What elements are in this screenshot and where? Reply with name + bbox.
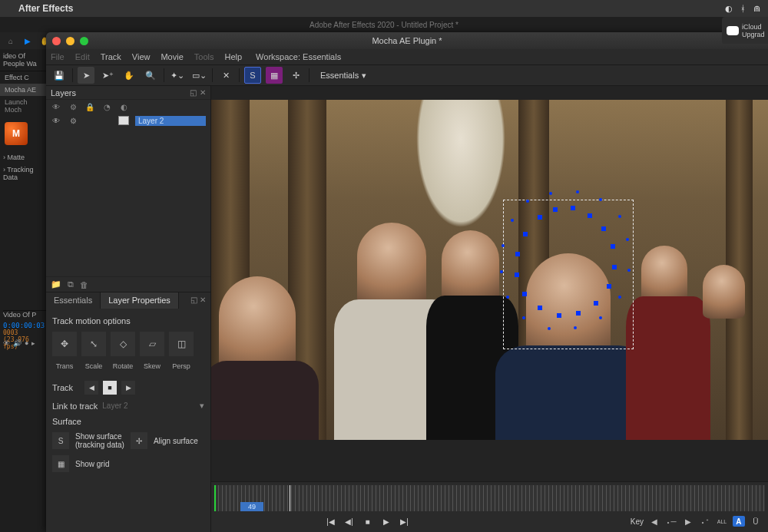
ae-window-title: Adobe After Effects 2020 - Untitled Proj… (310, 21, 458, 29)
cog-col-icon[interactable]: ⚙ (68, 103, 78, 111)
autokey-icon[interactable]: ⬩⁺ (699, 516, 711, 527)
mac-app-name[interactable]: After Effects (18, 3, 73, 14)
uberkey-icon[interactable]: Ü (750, 516, 762, 527)
mocha-ae-effect[interactable]: Mocha AE (0, 84, 46, 96)
show-grid-icon[interactable]: ▦ (266, 67, 283, 84)
zoom-window-icon[interactable] (80, 37, 88, 45)
viewer[interactable] (211, 86, 768, 481)
selection-tool-icon[interactable]: ▶ (22, 35, 34, 47)
lock-icon[interactable]: ● (25, 339, 28, 347)
save-icon[interactable]: 💾 (51, 67, 68, 84)
effect-controls-tab[interactable]: Effect C (0, 71, 46, 84)
layers-table: 👁 ⚙ 🔒 ◔ ◐ 👁 ⚙ Layer 2 📁 ⧉ (46, 100, 210, 292)
goto-start-button[interactable]: |◀ (324, 515, 338, 527)
menu-edit[interactable]: Edit (75, 52, 90, 61)
close-panel-icon[interactable]: ✕ (200, 296, 206, 304)
side-tabs: Essentials Layer Properties ◱ ✕ (46, 292, 210, 309)
bluetooth-icon[interactable]: ᚼ (740, 4, 746, 13)
step-back-button[interactable]: ◀| (343, 515, 356, 527)
align-surface-button[interactable]: ✢ (131, 432, 147, 449)
home-icon[interactable]: ⌂ (5, 35, 17, 47)
workspace-dropdown[interactable]: Essentials ▾ (314, 69, 372, 82)
lock-col-icon[interactable]: 🔒 (84, 103, 95, 111)
scale-toggle[interactable]: ⤡ (81, 332, 106, 356)
minimize-window-icon[interactable] (66, 37, 74, 45)
matte-group[interactable]: › Matte (0, 151, 46, 164)
current-frame[interactable]: 49 (240, 502, 263, 511)
layer-visibility-icon[interactable]: 👁 (51, 117, 61, 125)
menu-track[interactable]: Track (101, 52, 121, 61)
visibility-col-icon[interactable]: 👁 (51, 103, 61, 111)
rect-spline-tool-icon[interactable]: ▭⌄ (190, 67, 207, 84)
pointer-tool-icon[interactable]: ➤ (78, 67, 94, 84)
menu-help[interactable]: Help (224, 52, 242, 61)
tracking-data-group[interactable]: › Tracking Data (0, 164, 46, 183)
tab-essentials[interactable]: Essentials (46, 292, 101, 309)
track-forward-button[interactable]: ▶ (121, 381, 135, 395)
close-panel-icon[interactable]: ✕ (200, 88, 206, 97)
tab-layer-properties[interactable]: Layer Properties (101, 292, 179, 309)
spline-col-icon[interactable]: ◔ (101, 103, 112, 111)
xspline-tool-icon[interactable]: ✦⌄ (169, 67, 186, 84)
menu-movie[interactable]: Movie (161, 52, 183, 61)
cloud-icon (727, 26, 739, 35)
matte-col-icon[interactable]: ◐ (118, 103, 129, 111)
mocha-logo-icon[interactable]: M (5, 122, 28, 145)
next-key-icon[interactable]: ▶ (682, 516, 694, 527)
new-folder-icon[interactable]: 📁 (51, 279, 61, 289)
layer-name[interactable]: Layer 2 (135, 116, 206, 126)
layer-color-swatch[interactable] (118, 116, 129, 125)
key-marker-icon[interactable]: ⬩─ (665, 516, 677, 527)
menubar-status-icon[interactable]: ◐ (725, 4, 733, 14)
track-backward-button[interactable]: ◀ (84, 381, 98, 395)
menu-workspace[interactable]: Workspace: Essentials (256, 52, 341, 61)
show-grid-button[interactable]: ▦ (52, 455, 69, 472)
align-surface-icon[interactable]: ✢ (287, 67, 304, 84)
undock-icon[interactable]: ◱ (190, 296, 197, 304)
rotate-toggle[interactable]: ◇ (111, 332, 135, 356)
wifi-icon[interactable]: ⋒ (753, 4, 760, 14)
delete-layer-icon[interactable]: 🗑 (80, 280, 88, 289)
goto-end-button[interactable]: ▶| (398, 515, 412, 527)
zoom-tool-icon[interactable]: 🔍 (142, 67, 159, 84)
link-to-track-dropdown[interactable]: Layer 2 (102, 401, 195, 410)
autokey-a-icon[interactable]: A (733, 516, 745, 527)
icloud-notification[interactable]: iCloud Upgrad (722, 17, 768, 44)
timeline[interactable]: 49 (214, 485, 765, 511)
persp-label: Persp (169, 362, 194, 370)
layer-row[interactable]: 👁 ⚙ Layer 2 (46, 114, 210, 127)
undock-icon[interactable]: ◱ (190, 88, 197, 97)
pointer-plus-tool-icon[interactable]: ➤⁺ (99, 67, 116, 84)
show-surface-button[interactable]: S (52, 432, 69, 449)
project-item[interactable]: ideo Of People Wa (0, 49, 46, 71)
show-surface-icon[interactable]: S (244, 67, 261, 84)
chevron-down-icon[interactable]: ▾ (200, 401, 204, 411)
eye-icon[interactable]: 👁 (3, 339, 10, 347)
perspective-toggle[interactable]: ◫ (169, 332, 194, 356)
surface-rect[interactable] (503, 200, 634, 349)
close-spline-icon[interactable]: ✕ (217, 67, 234, 84)
speaker-icon[interactable]: 🔊 (13, 339, 22, 347)
close-window-icon[interactable] (52, 37, 61, 45)
timecode[interactable]: 0:00:00:03 (3, 322, 46, 329)
stop-button[interactable]: ■ (361, 515, 375, 527)
play-button[interactable]: ▶ (379, 515, 393, 527)
layers-panel-header[interactable]: Layers ◱✕ (46, 86, 210, 100)
menu-file[interactable]: File (51, 52, 65, 61)
viewer-bottom-bar: 49 |◀ ◀| ■ ▶ ▶| Key ◀ ⬩─ ▶ ⬩⁺ (211, 481, 768, 532)
timeline-comp-tab[interactable]: Video Of P (3, 310, 46, 322)
translate-toggle[interactable]: ✥ (52, 332, 77, 356)
track-stop-button[interactable]: ■ (103, 381, 117, 395)
mocha-title-bar[interactable]: Mocha AE Plugin * (46, 32, 768, 49)
skew-toggle[interactable]: ▱ (140, 332, 164, 356)
layer-cog-icon[interactable]: ⚙ (68, 117, 78, 125)
prev-key-icon[interactable]: ◀ (648, 516, 660, 527)
menu-tools[interactable]: Tools (194, 52, 214, 61)
all-keys-icon[interactable]: ALL (716, 516, 728, 527)
duplicate-layer-icon[interactable]: ⧉ (68, 279, 74, 289)
show-grid-label: Show grid (75, 460, 109, 468)
label-icon[interactable]: ▸ (31, 339, 35, 347)
pan-tool-icon[interactable]: ✋ (121, 67, 137, 84)
menu-view[interactable]: View (132, 52, 151, 61)
launch-mocha-row[interactable]: Launch Moch (0, 96, 46, 116)
